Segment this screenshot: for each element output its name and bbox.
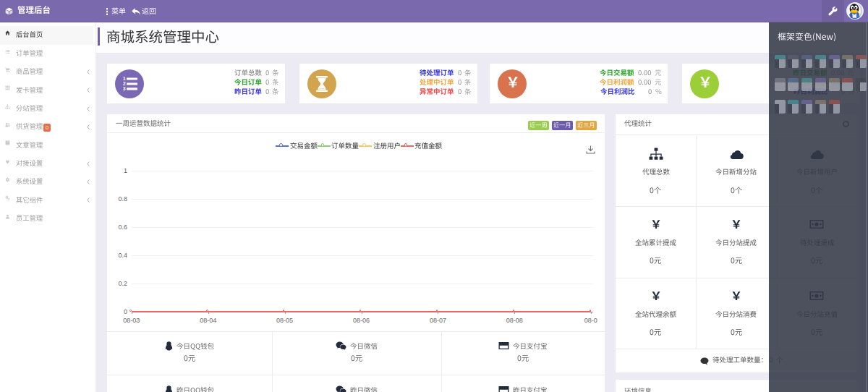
svg-text:3: 3 [123, 86, 126, 91]
